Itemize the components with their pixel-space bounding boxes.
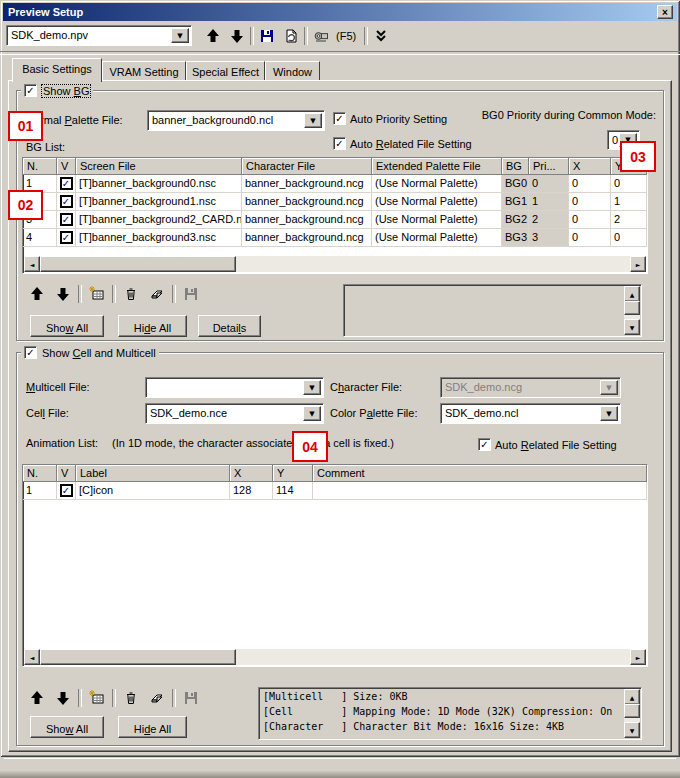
dropdown-arrow-icon[interactable]: ▼	[303, 406, 321, 421]
auto-related-label: Auto Related File Setting	[495, 439, 617, 451]
vertical-scrollbar[interactable]: ▲ ▼	[624, 286, 640, 335]
cell-file-combo[interactable]: SDK_demo.nce ▼	[145, 403, 324, 424]
animation-list-label: Animation List:	[26, 437, 98, 449]
scrollbar-thumb[interactable]	[40, 256, 236, 272]
table-row[interactable]: 3 ✓ [T]banner_background2_CARD.nsc banne…	[23, 211, 647, 229]
move-down-icon[interactable]	[52, 284, 74, 304]
horizontal-scrollbar[interactable]: ◄ ►	[24, 256, 646, 272]
col-bg[interactable]: BG	[502, 158, 529, 175]
annotation-04: 04	[292, 431, 328, 462]
multicell-file-combo[interactable]: ▼	[145, 377, 324, 398]
cell-y: 0	[611, 229, 647, 247]
col-x[interactable]: X	[230, 465, 273, 482]
eraser-icon[interactable]	[146, 688, 168, 708]
col-screen-file[interactable]: Screen File	[76, 158, 242, 175]
delete-icon[interactable]	[120, 284, 142, 304]
dropdown-arrow-icon[interactable]: ▼	[303, 380, 321, 395]
bg-info-box: ▲ ▼	[343, 284, 642, 337]
delete-icon[interactable]	[120, 688, 142, 708]
hide-all-button[interactable]: Hide All	[118, 315, 187, 337]
scroll-right-icon[interactable]: ►	[630, 256, 646, 272]
tab-special-effect[interactable]: Special Effect	[186, 61, 265, 80]
scroll-left-icon[interactable]: ◄	[24, 649, 40, 665]
horizontal-scrollbar[interactable]: ◄ ►	[24, 649, 646, 665]
cell-visible: ✓	[57, 193, 76, 211]
row-visible-checkbox[interactable]: ✓	[60, 213, 73, 226]
vertical-scrollbar[interactable]: ▲ ▼	[624, 689, 640, 738]
tab-window[interactable]: Window	[265, 61, 320, 80]
details-button[interactable]: Details	[198, 315, 261, 337]
scroll-right-icon[interactable]: ►	[630, 649, 646, 665]
dropdown-arrow-icon[interactable]: ▼	[304, 113, 322, 128]
color-palette-combo[interactable]: SDK_demo.ncl ▼	[440, 403, 621, 424]
show-all-button[interactable]: Show All	[30, 315, 104, 337]
row-visible-checkbox[interactable]: ✓	[60, 231, 73, 244]
cell-x: 128	[230, 482, 273, 500]
row-visible-checkbox[interactable]: ✓	[60, 195, 73, 208]
move-up-icon[interactable]	[26, 688, 48, 708]
show-cell-checkbox[interactable]: ✓	[24, 346, 37, 359]
col-x[interactable]: X	[569, 158, 611, 175]
cell-character-file: banner_background.ncg	[242, 229, 372, 247]
dropdown-arrow-icon[interactable]: ▼	[171, 28, 189, 43]
add-row-icon[interactable]	[86, 688, 108, 708]
hide-all-button[interactable]: Hide All	[118, 716, 187, 738]
scroll-left-icon[interactable]: ◄	[24, 256, 40, 272]
col-label[interactable]: Label	[76, 465, 230, 482]
scrollbar-thumb[interactable]	[40, 649, 236, 665]
table-row[interactable]: 2 ✓ [T]banner_background1.nsc banner_bac…	[23, 193, 647, 211]
collapse-chevrons-icon[interactable]	[370, 26, 392, 46]
scrollbar-thumb[interactable]	[624, 704, 640, 718]
toolbar-separator	[78, 285, 82, 303]
col-comment[interactable]: Comment	[313, 465, 647, 482]
move-up-icon[interactable]	[202, 26, 224, 46]
add-row-icon[interactable]	[86, 284, 108, 304]
tab-basic-settings[interactable]: Basic Settings	[12, 58, 102, 82]
move-up-icon[interactable]	[26, 284, 48, 304]
col-n[interactable]: N.	[23, 465, 57, 482]
show-bg-checkbox[interactable]: ✓	[24, 84, 37, 97]
preset-file-combo[interactable]: SDK_demo.npv ▼	[6, 25, 192, 46]
info-line: [Multicell ] Size: 0KB	[259, 688, 641, 703]
table-row[interactable]: 1 ✓ [C]icon 128 114	[23, 482, 647, 500]
auto-priority-checkbox[interactable]: ✓	[333, 112, 346, 125]
cell-priority: 2	[529, 211, 569, 229]
row-visible-checkbox[interactable]: ✓	[60, 177, 73, 190]
col-y[interactable]: Y	[273, 465, 313, 482]
titlebar[interactable]: Preview Setup ×	[3, 3, 677, 21]
scroll-down-icon[interactable]: ▼	[624, 319, 640, 335]
cell-bg: BG2	[502, 211, 529, 229]
scroll-down-icon[interactable]: ▼	[624, 722, 640, 738]
col-character-file[interactable]: Character File	[242, 158, 372, 175]
col-v[interactable]: V	[57, 158, 76, 175]
table-row[interactable]: 4 ✓ [T]banner_background3.nsc banner_bac…	[23, 229, 647, 247]
col-n[interactable]: N.	[23, 158, 57, 175]
move-down-icon[interactable]	[52, 688, 74, 708]
cell-priority: 0	[529, 175, 569, 193]
cell-x: 0	[569, 193, 611, 211]
auto-related-checkbox[interactable]: ✓	[333, 137, 346, 150]
table-row[interactable]: 1 ✓ [T]banner_background0.nsc banner_bac…	[23, 175, 647, 193]
col-priority[interactable]: Pri...	[529, 158, 569, 175]
show-all-button[interactable]: Show All	[30, 716, 104, 738]
row-visible-checkbox[interactable]: ✓	[60, 484, 73, 497]
normal-palette-combo[interactable]: banner_background0.ncl ▼	[147, 110, 325, 131]
scroll-up-icon[interactable]: ▲	[624, 286, 640, 302]
bg0-priority-label: BG0 Priority during Common Mode:	[450, 109, 656, 121]
dropdown-arrow-icon[interactable]: ▼	[600, 406, 618, 421]
scrollbar-thumb[interactable]	[624, 301, 640, 315]
check-icon: ✓	[62, 178, 70, 189]
auto-related-checkbox[interactable]: ✓	[478, 438, 491, 451]
preview-update-icon[interactable]	[310, 26, 332, 46]
character-file-label: Character File:	[330, 381, 402, 393]
tab-vram-setting[interactable]: VRAM Setting	[102, 61, 186, 80]
close-button[interactable]: ×	[657, 5, 673, 19]
col-extended-palette[interactable]: Extended Palette File	[372, 158, 502, 175]
move-down-icon[interactable]	[226, 26, 248, 46]
scroll-up-icon[interactable]: ▲	[624, 689, 640, 705]
check-icon: ✓	[62, 485, 70, 496]
reload-file-icon[interactable]	[280, 26, 302, 46]
col-v[interactable]: V	[57, 465, 76, 482]
eraser-icon[interactable]	[146, 284, 168, 304]
save-icon[interactable]	[256, 26, 278, 46]
